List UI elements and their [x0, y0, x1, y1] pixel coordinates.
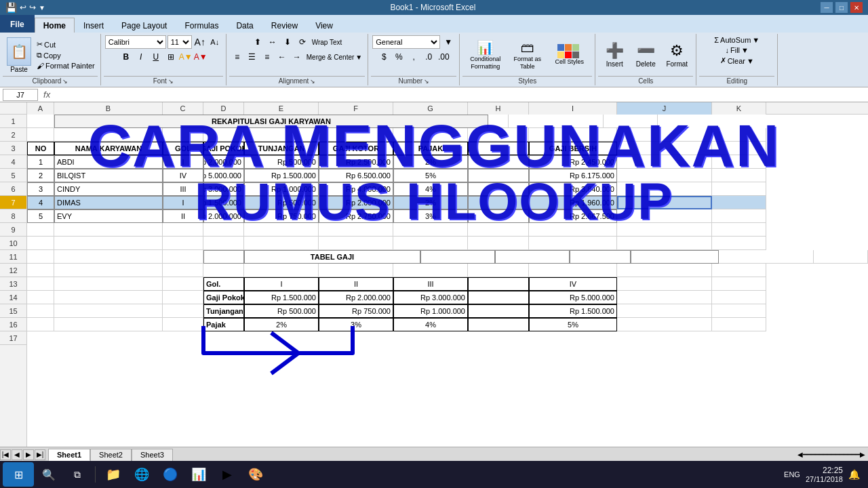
insert-button[interactable]: ➕ Insert — [599, 36, 629, 74]
cell-b5[interactable]: BILQIST — [54, 169, 163, 182]
number-format-expand[interactable]: ▼ — [441, 35, 455, 49]
delete-button[interactable]: ➖ Delete — [631, 36, 660, 74]
cell-d15[interactable]: Tunjangan — [203, 304, 244, 318]
cell-h14[interactable] — [468, 291, 529, 304]
cell-f6[interactable]: Rp 4.000.000 — [319, 182, 393, 196]
cell-j15[interactable] — [617, 304, 712, 318]
row-header-17[interactable]: 17 — [0, 331, 26, 345]
cell-d2[interactable] — [203, 128, 244, 142]
cell-b3[interactable]: NAMA KARYAWAN — [54, 142, 163, 155]
chrome-button[interactable]: 🔵 — [157, 462, 184, 487]
cell-f2[interactable] — [319, 128, 393, 142]
cell-k7[interactable] — [712, 196, 766, 209]
cell-j7[interactable] — [617, 196, 712, 209]
cell-a16[interactable] — [27, 318, 54, 331]
maximize-button[interactable]: □ — [835, 2, 848, 13]
cell-h4[interactable] — [468, 155, 529, 169]
cell-i5[interactable]: Rp 6.175.000 — [529, 169, 617, 182]
cell-h7[interactable] — [468, 196, 529, 209]
cell-e6[interactable]: Rp 1.000.000 — [244, 182, 319, 196]
cell-e13[interactable]: I — [244, 277, 319, 291]
cell-c4[interactable]: I — [163, 155, 203, 169]
name-box[interactable] — [3, 89, 38, 101]
cell-i14[interactable]: Rp 5.000.000 — [529, 291, 617, 304]
cell-b12[interactable] — [54, 264, 163, 277]
cell-f12[interactable] — [319, 264, 393, 277]
cell-h5[interactable] — [468, 169, 529, 182]
cell-g14[interactable]: Rp 3.000.000 — [393, 291, 468, 304]
row-header-13[interactable]: 13 — [0, 277, 26, 291]
cell-c10[interactable] — [163, 237, 203, 250]
cell-f14[interactable]: Rp 2.000.000 — [319, 291, 393, 304]
cell-i10[interactable] — [529, 237, 617, 250]
cell-g4[interactable]: 2% — [393, 155, 468, 169]
cell-j13[interactable] — [617, 277, 712, 291]
align-bottom-button[interactable]: ⬇ — [281, 35, 294, 49]
cell-d3[interactable]: GAJI POKOK — [203, 142, 244, 155]
cell-f3[interactable]: GAJI KOTOR — [319, 142, 393, 155]
row-header-12[interactable]: 12 — [0, 264, 26, 277]
cell-i13[interactable]: IV — [529, 277, 617, 291]
decrease-font-button[interactable]: A↓ — [208, 35, 222, 49]
cell-j1[interactable] — [509, 115, 604, 128]
cell-k16[interactable] — [712, 318, 766, 331]
row-header-16[interactable]: 16 — [0, 318, 26, 331]
col-header-b[interactable]: B — [54, 102, 163, 115]
cell-c11[interactable] — [163, 250, 203, 264]
cell-g5[interactable]: 5% — [393, 169, 468, 182]
cell-b8[interactable]: EVY — [54, 209, 163, 223]
cell-e8[interactable]: Rp 750.000 — [244, 209, 319, 223]
media-player-button[interactable]: ▶ — [214, 462, 241, 487]
cell-d6[interactable]: Rp 3.000.000 — [203, 182, 244, 196]
row-header-7[interactable]: 7 — [0, 196, 26, 209]
cell-e7[interactable]: Rp 500.000 — [244, 196, 319, 209]
cell-a15[interactable] — [27, 304, 54, 318]
font-size-select[interactable]: 11 — [167, 35, 192, 49]
italic-button[interactable]: I — [134, 50, 148, 64]
align-left-button[interactable]: ≡ — [231, 50, 244, 64]
underline-button[interactable]: U — [149, 50, 163, 64]
cell-a7[interactable]: 4 — [27, 196, 54, 209]
tab-page-layout[interactable]: Page Layout — [113, 18, 176, 33]
cell-d11[interactable] — [203, 250, 244, 264]
cell-g8[interactable]: 3% — [393, 209, 468, 223]
cell-a8[interactable]: 5 — [27, 209, 54, 223]
cell-d4[interactable]: Rp 2.000.000 — [203, 155, 244, 169]
cell-b7[interactable]: DIMAS — [54, 196, 163, 209]
cell-styles-button[interactable]: Cell Styles — [549, 37, 590, 73]
cell-k15[interactable] — [712, 304, 766, 318]
start-button[interactable]: ⊞ — [3, 462, 34, 487]
cell-j9[interactable] — [617, 223, 712, 237]
wrap-text-button[interactable]: Wrap Text — [311, 39, 344, 46]
row-header-3[interactable]: 3 — [0, 142, 26, 155]
row-header-10[interactable]: 10 — [0, 237, 26, 250]
cell-f10[interactable] — [319, 237, 393, 250]
cell-c14[interactable] — [163, 291, 203, 304]
cell-a4[interactable]: 1 — [27, 155, 54, 169]
col-header-c[interactable]: C — [163, 102, 203, 115]
col-header-k[interactable]: K — [712, 102, 766, 115]
col-header-h[interactable]: H — [468, 102, 529, 115]
col-header-a[interactable]: A — [27, 102, 54, 115]
cell-b6[interactable]: CINDY — [54, 182, 163, 196]
row-header-4[interactable]: 4 — [0, 155, 26, 169]
cell-d7[interactable]: Rp 1.500.000 — [203, 196, 244, 209]
cell-a6[interactable]: 3 — [27, 182, 54, 196]
cell-k2[interactable] — [712, 128, 766, 142]
number-format-select[interactable]: General — [372, 35, 440, 49]
cell-h11[interactable] — [570, 250, 631, 264]
cell-h2[interactable] — [468, 128, 529, 142]
cell-a10[interactable] — [27, 237, 54, 250]
fill-button[interactable]: ↓ Fill▼ — [724, 45, 750, 55]
horizontal-scrollbar[interactable]: ◀━━━━━━━━━━━━━━▶ — [795, 451, 868, 458]
search-button[interactable]: 🔍 — [35, 462, 62, 487]
cell-c12[interactable] — [163, 264, 203, 277]
increase-indent-button[interactable]: → — [290, 50, 304, 64]
sheet-tab-3[interactable]: Sheet3 — [132, 449, 173, 461]
cell-i9[interactable] — [529, 223, 617, 237]
format-button[interactable]: ⚙ Format — [662, 36, 692, 74]
cell-h9[interactable] — [468, 223, 529, 237]
cell-c9[interactable] — [163, 223, 203, 237]
cell-c3[interactable]: GOL — [163, 142, 203, 155]
tab-file[interactable]: File — [0, 15, 35, 33]
